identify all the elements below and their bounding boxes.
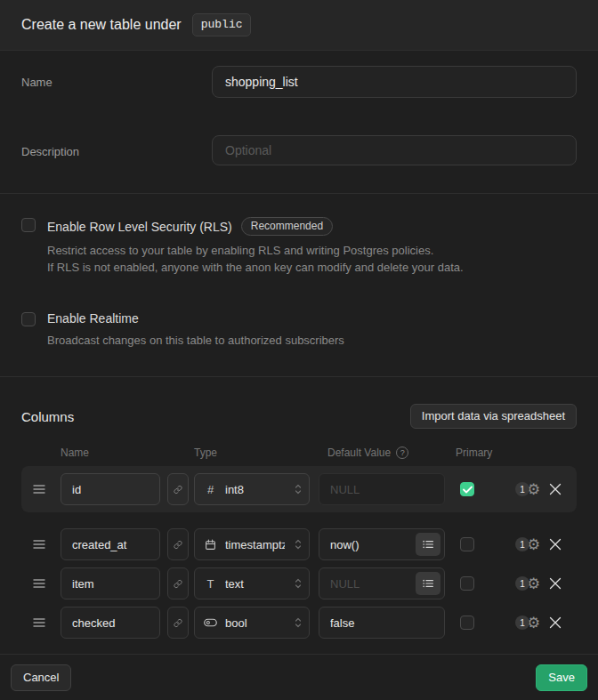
save-button[interactable]: Save — [536, 664, 587, 691]
column-header-name: Name — [61, 447, 89, 459]
link-icon — [174, 539, 182, 551]
chevron-up-down-icon — [293, 538, 303, 551]
chevron-up-down-icon — [293, 483, 303, 495]
rls-description: Restrict access to your table by enablin… — [47, 242, 577, 276]
dialog-title: Create a new table under — [21, 17, 182, 33]
close-icon — [549, 616, 562, 629]
description-label: Description — [21, 145, 79, 158]
column-type-select[interactable]: bool — [194, 607, 310, 639]
column-settings-button[interactable]: 1 ⚙ — [515, 616, 540, 631]
column-type-select[interactable]: # int8 — [194, 473, 310, 505]
check-icon — [463, 486, 473, 494]
table-name-input[interactable] — [212, 66, 577, 98]
column-header-default: Default Value — [327, 447, 391, 459]
close-icon — [549, 483, 562, 495]
table-info-section: Name Description — [0, 51, 598, 194]
column-settings-button[interactable]: 1 ⚙ — [515, 576, 540, 591]
foreign-key-link-button[interactable] — [167, 528, 189, 560]
remove-column-button[interactable] — [549, 577, 562, 590]
rls-label: Enable Row Level Security (RLS) — [47, 220, 232, 234]
rls-option: Enable Row Level Security (RLS) Recommen… — [21, 217, 577, 276]
hash-icon: # — [204, 483, 217, 496]
create-table-dialog: Create a new table under public Name Des… — [0, 0, 598, 700]
cancel-button[interactable]: Cancel — [11, 664, 71, 691]
column-name-input[interactable] — [61, 607, 160, 639]
import-spreadsheet-button[interactable]: Import data via spreadsheet — [410, 404, 577, 429]
columns-table-header: Name Type Default Value ? Primary — [21, 447, 577, 459]
column-header-primary: Primary — [456, 447, 492, 459]
primary-key-checkbox[interactable] — [460, 482, 474, 496]
settings-count-badge: 1 — [515, 576, 529, 591]
dialog-footer: Cancel Save — [0, 654, 598, 700]
table-description-input[interactable] — [212, 135, 577, 165]
column-default-input[interactable] — [319, 607, 445, 639]
schema-badge: public — [192, 13, 252, 36]
link-icon — [174, 484, 182, 495]
column-row-id: # int8 1 ⚙ — [21, 473, 577, 505]
drag-handle-icon[interactable] — [33, 484, 45, 495]
column-default-input[interactable] — [319, 473, 445, 505]
drag-handle-icon[interactable] — [33, 578, 45, 589]
realtime-option: Enable Realtime Broadcast changes on thi… — [21, 311, 577, 349]
column-settings-button[interactable]: 1 ⚙ — [515, 537, 540, 552]
link-icon — [174, 578, 182, 590]
toggle-icon — [204, 618, 217, 627]
link-icon — [174, 617, 182, 629]
realtime-checkbox[interactable] — [21, 312, 36, 326]
realtime-description: Broadcast changes on this table to autho… — [47, 332, 577, 349]
column-type-select[interactable]: timestamptz — [194, 528, 310, 560]
foreign-key-link-button[interactable] — [167, 473, 189, 505]
close-icon — [549, 538, 562, 551]
chevron-up-down-icon — [293, 577, 303, 590]
columns-rows: # int8 1 ⚙ — [21, 466, 577, 639]
calendar-icon — [204, 539, 217, 551]
foreign-key-link-button[interactable] — [167, 607, 189, 639]
settings-count-badge: 1 — [515, 616, 529, 630]
name-form-row: Name — [21, 66, 577, 98]
remove-column-button[interactable] — [549, 483, 562, 495]
drag-handle-icon[interactable] — [33, 617, 45, 628]
list-icon — [423, 579, 433, 588]
primary-key-checkbox[interactable] — [460, 576, 474, 591]
column-name-input[interactable] — [61, 473, 160, 505]
column-row-checked: bool 1 ⚙ — [21, 607, 577, 639]
column-name-input[interactable] — [61, 528, 160, 560]
column-row-item: T text 1 ⚙ — [21, 567, 577, 599]
columns-title: Columns — [21, 409, 74, 424]
primary-key-row-container: # int8 1 ⚙ — [21, 466, 577, 512]
foreign-key-link-button[interactable] — [167, 567, 189, 599]
rls-checkbox[interactable] — [21, 218, 36, 232]
column-type-select[interactable]: T text — [194, 567, 310, 599]
close-icon — [549, 577, 562, 590]
name-label: Name — [21, 76, 53, 89]
column-row-created-at: timestamptz 1 ⚙ — [21, 528, 577, 560]
primary-key-checkbox[interactable] — [460, 616, 474, 630]
column-settings-button[interactable]: 1 ⚙ — [515, 482, 540, 497]
primary-key-checkbox[interactable] — [460, 537, 474, 551]
settings-count-badge: 1 — [515, 537, 529, 551]
description-form-row: Description — [21, 135, 577, 165]
column-name-input[interactable] — [61, 567, 160, 599]
drag-handle-icon[interactable] — [33, 539, 45, 550]
default-value-options-button[interactable] — [416, 533, 440, 556]
column-header-type: Type — [194, 447, 217, 459]
remove-column-button[interactable] — [549, 538, 562, 551]
columns-section: Columns Import data via spreadsheet Name… — [0, 377, 598, 654]
remove-column-button[interactable] — [549, 616, 562, 629]
default-value-options-button[interactable] — [416, 572, 440, 595]
realtime-label: Enable Realtime — [47, 311, 139, 326]
default-value-help-icon[interactable]: ? — [396, 447, 408, 459]
dialog-header: Create a new table under public — [0, 0, 598, 51]
table-options-section: Enable Row Level Security (RLS) Recommen… — [0, 194, 598, 377]
list-icon — [423, 540, 433, 549]
settings-count-badge: 1 — [515, 482, 529, 496]
recommended-badge: Recommended — [241, 217, 333, 236]
chevron-up-down-icon — [293, 616, 303, 629]
text-type-icon: T — [204, 577, 217, 591]
